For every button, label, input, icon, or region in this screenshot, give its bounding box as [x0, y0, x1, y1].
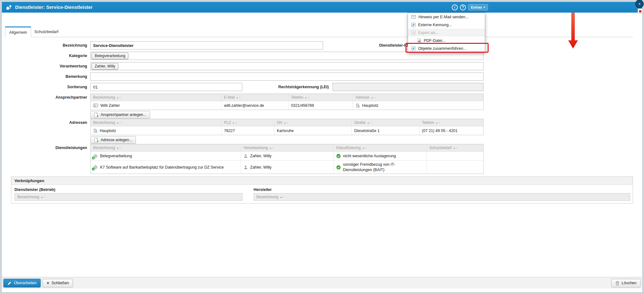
sort-icons: ▲▼: [232, 122, 237, 124]
document-plus-icon: [94, 112, 98, 117]
cell-text: Dieselstraße 1: [354, 129, 380, 133]
menu-item-pdf-datei[interactable]: PDF-Datei...: [408, 37, 485, 44]
column-header-verantwortung[interactable]: Verantwortung▲▼: [241, 144, 333, 151]
loeschen-button[interactable]: Löschen: [611, 279, 641, 287]
sort-icons: ▲▼: [367, 122, 372, 124]
verantwortung-chip[interactable]: Zahler, Willy: [92, 63, 118, 70]
sortierung-input[interactable]: [90, 83, 242, 91]
table-header-row: Bezeichnung▲▼ Verantwortung▲▼ Klassifizi…: [91, 144, 483, 152]
kategorie-chip[interactable]: Belegverarbeitung: [92, 53, 128, 59]
lei-label: Rechtsträgerkennung (LEI): [225, 85, 329, 89]
info-icon[interactable]: i: [452, 4, 458, 10]
help-icon[interactable]: ?: [460, 4, 466, 10]
column-header-label: Telefon: [291, 95, 303, 100]
button-label: Überarbeiten: [14, 281, 36, 285]
menu-item-label: PDF-Datei...: [424, 38, 445, 43]
ansprechpartner-section-label: Ansprechpartner: [12, 95, 87, 100]
cell-plz: 76227: [221, 126, 274, 135]
menu-item-objekte-zusammenfuehren[interactable]: Objekte zusammenführen...: [408, 44, 485, 52]
column-header-bezeichnung[interactable]: Bezeichnung▲▼: [91, 144, 241, 151]
table-header-row: Bezeichnung▲▼ PLZ▲▼ Ort▲▼ Straße▲▼ Telef…: [91, 119, 483, 126]
cell-text: nicht wesentliche Auslagerung: [343, 154, 396, 158]
green-check-icon: [336, 165, 341, 170]
sort-icons: ▲▼: [41, 196, 45, 198]
extras-button[interactable]: Extras ▾: [468, 4, 488, 10]
trash-icon: [615, 281, 619, 285]
add-ansprechpartner-button[interactable]: Ansprechpartner anlegen...: [90, 111, 150, 118]
adressen-section-label: Adressen: [12, 120, 87, 125]
cell-verantwortung: Zahler, Willy: [241, 152, 333, 160]
column-header-label: Ort: [277, 120, 282, 125]
column-header-bezeichnung[interactable]: Bezeichnung▲▼: [91, 94, 221, 101]
annotation-arrow: [568, 13, 579, 49]
kategorie-field[interactable]: Belegverarbeitung: [90, 52, 484, 60]
building-icon: [93, 129, 98, 133]
menu-item-label: Externe Kennung...: [418, 23, 452, 27]
pencil-icon: [8, 281, 12, 285]
service-gear-icon: [93, 154, 98, 159]
column-header-telefon[interactable]: Telefon▲▼: [419, 119, 483, 126]
table-row[interactable]: K7 Software auf Bankarbeitsplatz für Dat…: [91, 160, 483, 174]
tab-schutzbedarf[interactable]: Schutzbedarf: [31, 26, 62, 37]
tab-allgemein[interactable]: Allgemein: [5, 26, 31, 37]
add-adresse-button[interactable]: Adresse anlegen...: [90, 136, 136, 144]
cell-schutzbedarf: [427, 152, 483, 160]
dienstleistungen-section-label: Dienstleistungen: [12, 146, 87, 150]
sort-icons: ▲▼: [305, 96, 310, 99]
cell-ort: Karlsruhe: [274, 126, 351, 135]
column-header-strasse[interactable]: Straße▲▼: [351, 119, 419, 126]
bemerkung-label: Bemerkung: [12, 74, 87, 79]
table-row[interactable]: Belegverarbeitung Zahler, Willy nicht we…: [91, 152, 483, 160]
cell-klassifizierung: nicht wesentliche Auslagerung: [333, 152, 427, 160]
column-header-plz[interactable]: PLZ▲▼: [221, 119, 274, 126]
bemerkung-input[interactable]: [90, 72, 484, 81]
sortierung-label: Sortierung: [12, 85, 87, 89]
cell-text: K7 Software auf Bankarbeitsplatz für Dat…: [100, 165, 224, 170]
table-row[interactable]: Hauptsitz 76227 Karlsruhe Dieselstraße 1…: [91, 126, 483, 135]
menu-item-label: Export als...: [418, 31, 439, 35]
page-title: Dienstleister: Service-Dienstleister: [15, 5, 93, 10]
cell-text: 0321/456789: [291, 103, 314, 108]
column-header-label: Bezeichnung: [93, 146, 115, 150]
sort-icons: ▲▼: [453, 147, 458, 149]
chevron-down-icon: ▾: [484, 6, 485, 9]
column-header-schutzbedarf[interactable]: Schutzbedarf▲▼: [427, 144, 483, 151]
column-header-label: Telefon: [422, 120, 434, 125]
column-header-bezeichnung[interactable]: Bezeichnung▲▼: [91, 119, 221, 126]
column-header-telefon[interactable]: Telefon▲▼: [288, 94, 353, 101]
table-row[interactable]: Willi Zahler willi.zahler@service.de 032…: [91, 101, 483, 110]
cell-text: Zahler, Willy: [250, 154, 272, 158]
cell-email: willi.zahler@service.de: [221, 101, 288, 110]
window-close-button[interactable]: ×: [635, 0, 644, 8]
column-header-adresse[interactable]: Adresse▲▼: [353, 94, 483, 101]
menu-item-hinweis-email[interactable]: Hinweis per E-Mail senden...: [408, 13, 485, 21]
cell-text: (07 21) 49 05 - 4201: [422, 129, 457, 133]
verantwortung-label: Verantwortung: [12, 64, 87, 68]
cell-bezeichnung: Hauptsitz: [91, 126, 221, 135]
green-check-badge-icon: [92, 168, 95, 170]
dienstleister-betrieb-column-header[interactable]: Bezeichnung ▲▼: [14, 193, 243, 201]
column-header-label: Bezeichnung: [17, 195, 39, 199]
lei-input[interactable]: [333, 83, 484, 91]
column-header-klassifizierung[interactable]: Klassifizierung▲▼: [333, 144, 427, 151]
hersteller-column-header[interactable]: Bezeichnung ▲▼: [254, 193, 630, 201]
cell-text: Hauptsitz: [362, 103, 378, 108]
ueberarbeiten-button[interactable]: Überarbeiten: [3, 279, 41, 287]
cell-verantwortung: Zahler, Willy: [241, 161, 333, 174]
menu-item-externe-kennung[interactable]: Externe Kennung...: [408, 21, 485, 29]
schliessen-button[interactable]: × Schließen: [42, 279, 73, 287]
person-icon: [244, 154, 248, 158]
column-header-ort[interactable]: Ort▲▼: [274, 119, 351, 126]
cell-text: Karlsruhe: [277, 129, 294, 133]
tab-divider: [5, 37, 633, 37]
sort-icons: ▲▼: [116, 147, 121, 149]
column-header-email[interactable]: E-Mail▲▼: [221, 94, 288, 101]
sort-icons: ▲▼: [362, 147, 367, 149]
cell-telefon: 0321/456789: [288, 101, 353, 110]
column-header-label: Adresse: [356, 95, 369, 100]
dienstleister-betrieb-label: Dienstleister (Betrieb): [14, 187, 55, 192]
verantwortung-field[interactable]: Zahler, Willy: [90, 62, 484, 70]
cell-text: Belegverarbeitung: [100, 154, 132, 158]
cell-text: 76227: [224, 129, 235, 133]
bezeichnung-input[interactable]: [90, 41, 323, 49]
